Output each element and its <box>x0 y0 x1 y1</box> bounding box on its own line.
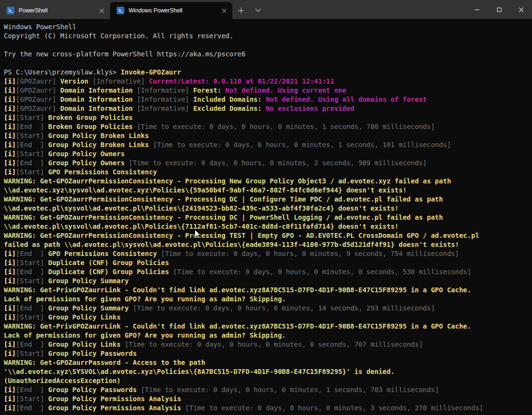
terminal-line: WARNING: Get-PrivGPOZaurrLink - Couldn't… <box>4 322 532 331</box>
terminal-line: [i][GPOZaurr] Version [Informative] Curr… <box>4 77 532 86</box>
terminal-line: [i][Start] Broken Group Policies <box>4 113 532 122</box>
terminal-line: Lack of permissions for given GPO? Are y… <box>4 295 532 304</box>
terminal-line: [i][End ] GPO Permissions Consistency [T… <box>4 249 532 258</box>
terminal-line: [i][End ] Group Policy Links [Time to ex… <box>4 340 532 349</box>
tab-powershell[interactable]: PowerShell <box>0 2 110 19</box>
terminal-line <box>4 41 532 50</box>
window-controls <box>466 0 532 19</box>
terminal-line: WARNING: Get-GPOZaurrPermissionConsisten… <box>4 195 532 204</box>
terminal-line: [i][Start] Group Policy Permissions Anal… <box>4 394 532 404</box>
terminal-line: WARNING: Get-PrivGPOZaurrLink - Couldn't… <box>4 286 532 295</box>
powershell-icon <box>117 7 124 14</box>
terminal-line: Windows PowerShell <box>4 22 532 32</box>
plus-icon <box>238 8 244 13</box>
terminal-line: [i][End ] Group Policy Owners [Time to e… <box>4 159 532 168</box>
terminal-line: '\\ad.evotec.xyz\SYSVOL\ad.evotec.xyz\Po… <box>4 367 532 376</box>
terminal-line: failed as path \\ad.evotec.pl\sysvol\ad.… <box>4 240 532 249</box>
terminal-line: WARNING: Get-GPOZaurrPassword - Access t… <box>4 358 532 367</box>
terminal-line: [i][Start] Group Policy Links <box>4 313 532 322</box>
terminal-line: \\ad.evotec.pl\sysvol\ad.evotec.pl\Polic… <box>4 222 532 231</box>
tab-windows-powershell[interactable]: Windows PowerShell <box>110 2 232 19</box>
tab-close-icon[interactable] <box>98 6 106 15</box>
terminal-line: (UnauthorizedAccessException) <box>4 376 532 385</box>
terminal-line: Try the new cross-platform PowerShell ht… <box>4 50 532 59</box>
powershell-icon <box>7 7 14 14</box>
terminal-line: PS C:\Users\przemyslaw.klys> Invoke-GPOZ… <box>4 68 532 77</box>
terminal-line: [i][End ] Group Policy Permissions Analy… <box>4 404 532 413</box>
new-tab-button[interactable] <box>233 3 249 18</box>
minimize-icon <box>475 10 479 10</box>
terminal-line: Copyright (C) Microsoft Corporation. All… <box>4 32 532 41</box>
chevron-down-icon <box>255 7 261 12</box>
tab-bar: PowerShell Windows PowerShell <box>0 0 532 19</box>
close-icon <box>99 8 104 13</box>
terminal-line: \\ad.evotec.pl\sysvol\ad.evotec.pl\Polic… <box>4 204 532 213</box>
terminal-line: [i][End ] Group Policy Broken Links [Tim… <box>4 140 532 149</box>
tab-title: PowerShell <box>19 7 98 14</box>
terminal-line: [i][Start] Duplicate (CNF) Group Policie… <box>4 258 532 267</box>
maximize-icon <box>497 8 501 12</box>
terminal-line: [i][Start] Group Policy Owners <box>4 149 532 159</box>
terminal-line: [i][Start] Group Policy Passwords <box>4 349 532 358</box>
terminal-line: WARNING: Get-GPOZaurrPermissionConsisten… <box>4 231 532 240</box>
tab-title: Windows PowerShell <box>129 7 220 14</box>
terminal-line: WARNING: Get-GPOZaurrPermissionConsisten… <box>4 213 532 222</box>
terminal-line: Lack of permissions for given GPO? Are y… <box>4 331 532 340</box>
terminal-line: [i][GPOZaurr] Domain Information [Inform… <box>4 95 532 104</box>
terminal-line: [i][Start] Group Policy Summary <box>4 277 532 286</box>
close-window-button[interactable] <box>510 0 532 19</box>
terminal-line: [i][End ] Group Policy Passwords [Time t… <box>4 385 532 394</box>
maximize-button[interactable] <box>488 0 510 19</box>
terminal-line: [i][Start] Group Policy Broken Links <box>4 131 532 140</box>
terminal-line: [i][GPOZaurr] Domain Information [Inform… <box>4 104 532 113</box>
terminal-line: [i][End ] Group Policy Summary [Time to … <box>4 304 532 313</box>
terminal-line: [i][GPOZaurr] Domain Information [Inform… <box>4 86 532 95</box>
title-bar-drag-region[interactable] <box>267 0 466 19</box>
terminal-output[interactable]: Windows PowerShellCopyright (C) Microsof… <box>0 19 532 415</box>
terminal-line: [i][End ] Duplicate (CNF) Group Policies… <box>4 267 532 277</box>
terminal-line: [i][End ] Broken Group Policies [Time to… <box>4 122 532 131</box>
tab-dropdown-button[interactable] <box>250 3 266 18</box>
close-icon <box>222 8 227 13</box>
terminal-line <box>4 59 532 68</box>
tab-close-icon[interactable] <box>220 6 228 15</box>
terminal-line: \\ad.evotec.xyz\sysvol\ad.evotec.xyz\Pol… <box>4 186 532 195</box>
terminal-line: WARNING: Get-GPOZaurrPermissionConsisten… <box>4 177 532 186</box>
close-icon <box>519 7 524 12</box>
terminal-line: [i][Start] GPO Permissions Consistency <box>4 168 532 177</box>
minimize-button[interactable] <box>466 0 488 19</box>
